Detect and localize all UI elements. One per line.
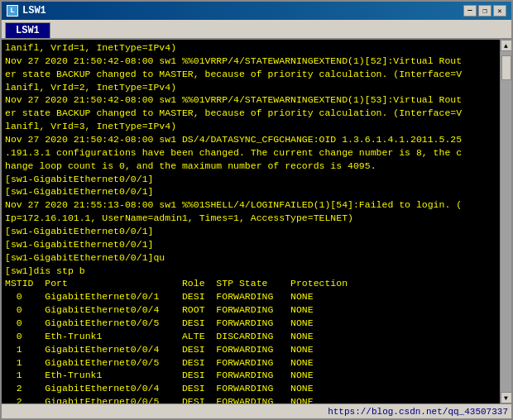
tab-lsw1[interactable]: LSW1 xyxy=(5,22,50,38)
scroll-up-button[interactable]: ▲ xyxy=(501,40,512,51)
app-icon: L xyxy=(7,5,18,17)
minimize-button[interactable]: — xyxy=(463,5,477,17)
scrollbar[interactable]: ▲ ▼ xyxy=(500,40,511,403)
scroll-down-button[interactable]: ▼ xyxy=(501,392,512,403)
window-title: LSW1 xyxy=(22,5,46,17)
main-window: L LSW1 — ❐ ✕ LSW1 lanifl, VrId=1, InetTy… xyxy=(0,0,513,420)
restore-button[interactable]: ❐ xyxy=(478,5,491,17)
scroll-track xyxy=(501,51,512,392)
scroll-thumb[interactable] xyxy=(501,55,511,80)
status-url: https://blog.csdn.net/qq_43507337 xyxy=(328,407,508,417)
terminal-area[interactable]: lanifl, VrId=1, InetType=IPv4) Nov 27 20… xyxy=(2,40,511,403)
terminal-content: lanifl, VrId=1, InetType=IPv4) Nov 27 20… xyxy=(5,41,498,403)
title-bar-left: L LSW1 xyxy=(7,5,46,17)
title-bar: L LSW1 — ❐ ✕ xyxy=(2,2,511,20)
status-bar: https://blog.csdn.net/qq_43507337 xyxy=(2,403,511,418)
title-bar-buttons: — ❐ ✕ xyxy=(463,5,506,17)
tab-bar: LSW1 xyxy=(2,20,511,40)
close-button[interactable]: ✕ xyxy=(493,5,506,17)
